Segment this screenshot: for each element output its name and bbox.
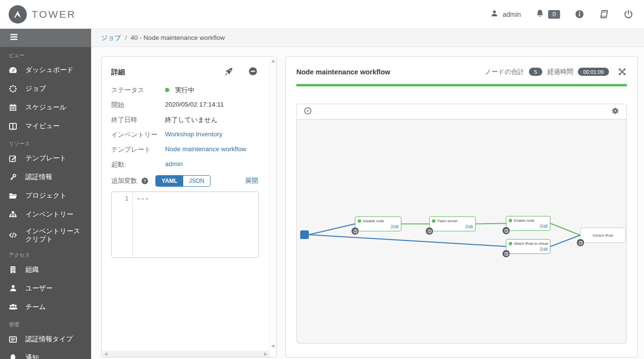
sidebar-section-admin: 管理: [0, 316, 91, 330]
template-link[interactable]: Node maintenance workflow: [165, 145, 246, 153]
extra-vars-editor: 1 ---: [111, 191, 259, 258]
sidebar-item-label: 認証情報タイプ: [25, 335, 73, 344]
horizontal-scrollbar[interactable]: [102, 351, 269, 357]
inventory-label: インベントリー: [111, 131, 165, 139]
workflow-graph-canvas[interactable]: Disable node詳細Patch server詳細Enable node詳…: [296, 120, 627, 344]
sidebar-collapse-strip: [0, 29, 91, 47]
scroll-left-arrow[interactable]: [105, 352, 107, 356]
sidebar-item-inventories[interactable]: インベントリー: [0, 205, 91, 224]
workflow-node-attach-irule[interactable]: Attach iRule to virtual ser...詳細: [506, 239, 550, 254]
user-menu[interactable]: admin: [490, 9, 521, 19]
expand-vars-link[interactable]: 展開: [245, 177, 258, 185]
node-details-link[interactable]: 詳細: [391, 224, 398, 229]
workflow-link-start-attach-irule: [309, 235, 506, 247]
breadcrumb: ジョブ / 40 - Node maintenance workflow: [91, 29, 644, 47]
workflow-node-disable-node[interactable]: Disable node詳細: [355, 216, 401, 231]
node-details-link[interactable]: 詳細: [540, 224, 548, 229]
workflow-links-layer: [297, 120, 627, 344]
sidebar-item-credential-types[interactable]: 認証情報タイプ: [0, 330, 91, 348]
scroll-right-arrow[interactable]: [264, 352, 267, 356]
launched-by-link[interactable]: admin: [165, 160, 183, 168]
breadcrumb-jobs-link[interactable]: ジョブ: [101, 34, 121, 42]
sidebar-item-dashboard[interactable]: ダッシュボード: [0, 60, 91, 79]
details-title: 詳細: [111, 68, 125, 77]
workflow-link-enable-node-detach-irule: [550, 224, 580, 236]
workflow-start-node: [300, 230, 309, 239]
sidebar-section-views: ビュー: [0, 47, 91, 60]
started-value: 2020/05/02 17:14:11: [165, 101, 224, 108]
vars-format-toggle: YAML JSON: [155, 175, 211, 187]
node-details-link[interactable]: 詳細: [540, 247, 548, 252]
logout-power-icon[interactable]: [623, 9, 633, 19]
inventory-link[interactable]: Workshop Inventory: [165, 131, 222, 138]
notifications-button[interactable]: 0: [535, 9, 560, 20]
sidebar-item-label: ジョブ: [25, 84, 46, 93]
sidebar-section-access: アクセス: [0, 247, 91, 260]
workflow-title: Node maintenance workflow: [296, 68, 390, 76]
graph-settings-gear-icon[interactable]: [611, 107, 620, 117]
sidebar-item-credentials[interactable]: 認証情報: [0, 168, 91, 186]
cancel-job-icon[interactable]: [248, 66, 258, 78]
sidebar-item-organizations[interactable]: 組織: [0, 260, 91, 279]
sidebar-item-jobs[interactable]: ジョブ: [0, 79, 91, 98]
sidebar-item-label: 組織: [25, 265, 39, 274]
sidebar-item-projects[interactable]: プロジェクト: [0, 186, 91, 205]
hamburger-menu-icon[interactable]: [9, 32, 19, 44]
editor-code-area[interactable]: ---: [133, 192, 258, 257]
workflow-link-attach-irule-detach-irule: [550, 235, 580, 247]
scroll-down-arrow[interactable]: [271, 345, 275, 348]
node-details-link[interactable]: 詳細: [465, 224, 473, 229]
bell-icon: [535, 9, 545, 20]
workflow-node-patch-server[interactable]: Patch server詳細: [429, 216, 476, 231]
brand[interactable]: TOWER: [9, 5, 76, 24]
editor-line-number: 1: [112, 192, 133, 257]
sidebar-item-label: ユーザー: [25, 284, 53, 293]
node-type-badge-icon: [576, 239, 585, 247]
node-type-badge-icon: [502, 250, 510, 258]
sidebar-item-label: テンプレート: [25, 154, 67, 163]
sidebar: ビュー ダッシュボード ジョブ スケジュール マイビュー リソース テンプレート…: [0, 29, 91, 359]
status-value: 実行中: [175, 86, 195, 94]
workflow-node-enable-node[interactable]: Enable node詳細: [506, 216, 550, 231]
total-nodes-badge: 5: [529, 68, 542, 76]
elapsed-label: 経過時間: [547, 68, 573, 76]
node-status-dot: [509, 219, 512, 222]
sidebar-item-inventory-scripts[interactable]: インベントリースクリプト: [0, 224, 91, 247]
sidebar-item-label: インベントリースクリプト: [25, 227, 83, 244]
sidebar-item-teams[interactable]: チーム: [0, 298, 91, 316]
sidebar-item-templates[interactable]: テンプレート: [0, 149, 91, 168]
total-nodes-label: ノードの合計: [485, 68, 524, 76]
scroll-up-arrow[interactable]: [271, 60, 275, 62]
status-running-dot: [165, 88, 169, 92]
sidebar-item-my-view[interactable]: マイビュー: [0, 117, 91, 135]
compass-icon[interactable]: [304, 107, 312, 117]
svg-text:?: ?: [143, 179, 146, 183]
docs-book-icon[interactable]: [599, 9, 609, 19]
node-label: Disable node: [363, 219, 399, 223]
sidebar-item-notifications[interactable]: 通知: [0, 348, 91, 359]
sidebar-item-label: チーム: [25, 303, 46, 311]
finished-value: 終了していません: [165, 116, 218, 124]
vertical-scrollbar[interactable]: [269, 57, 276, 351]
extra-vars-label: 追加変数: [111, 177, 137, 185]
ansible-logo-icon: [9, 5, 27, 24]
sidebar-item-label: スケジュール: [25, 103, 67, 112]
expand-arrows-icon[interactable]: [618, 67, 627, 76]
sidebar-item-users[interactable]: ユーザー: [0, 279, 91, 298]
about-button[interactable]: [574, 9, 585, 19]
sidebar-item-label: ダッシュボード: [25, 66, 73, 74]
help-question-icon[interactable]: ?: [141, 177, 149, 185]
user-icon: [490, 9, 499, 19]
sidebar-item-label: 通知: [25, 354, 39, 359]
relaunch-rocket-icon[interactable]: [224, 67, 234, 78]
workflow-node-detach-irule[interactable]: Detach iRule: [580, 227, 626, 243]
json-toggle-button[interactable]: JSON: [183, 176, 210, 186]
sidebar-item-schedules[interactable]: スケジュール: [0, 98, 91, 117]
yaml-toggle-button[interactable]: YAML: [156, 176, 183, 186]
workflow-link-patch-server-enable-node: [476, 224, 506, 224]
notification-count-badge: 0: [548, 10, 560, 19]
brand-title: TOWER: [32, 9, 76, 20]
node-label: Detach iRule: [593, 233, 613, 238]
users-icon: [8, 284, 18, 293]
user-name: admin: [503, 11, 521, 18]
